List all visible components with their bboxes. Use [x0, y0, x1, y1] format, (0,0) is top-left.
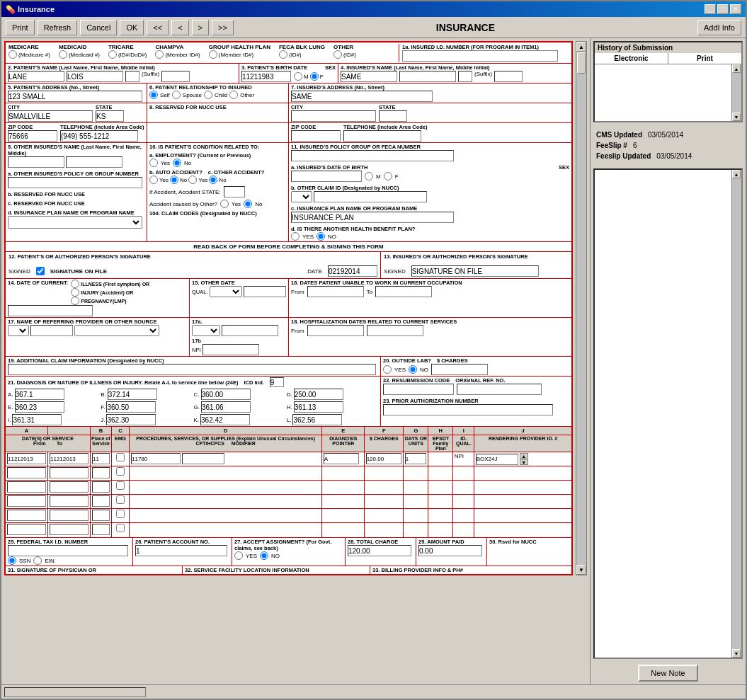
insex-f-radio[interactable] — [384, 172, 392, 180]
add-info-button[interactable]: AddI Info — [697, 20, 741, 35]
note-scroll-down[interactable]: ▼ — [732, 649, 741, 658]
place-5-input[interactable] — [92, 510, 110, 521]
insured-address-input[interactable] — [291, 91, 433, 102]
rel-self-radio[interactable] — [149, 91, 158, 99]
resub-code-input[interactable] — [383, 384, 454, 395]
emg-4-checkbox[interactable] — [116, 495, 125, 504]
unable-to-input[interactable] — [375, 286, 432, 297]
svc-from-3-input[interactable] — [7, 481, 46, 493]
prior-auth-input[interactable] — [383, 404, 553, 415]
policy-group-input[interactable] — [291, 150, 454, 161]
ins-plan-name-input[interactable] — [291, 212, 454, 223]
nav-last-button[interactable]: >> — [212, 20, 234, 35]
patient-suffix-input[interactable] — [161, 71, 190, 82]
auto-yes-radio[interactable] — [149, 176, 158, 184]
patient-mi-input[interactable] — [125, 71, 139, 82]
svc-to-3-input[interactable] — [50, 481, 89, 493]
scroll-down-btn[interactable]: ▼ — [576, 565, 586, 575]
date-current-input[interactable] — [8, 305, 93, 316]
tax-id-input[interactable] — [8, 545, 128, 556]
other-date-input[interactable] — [244, 286, 286, 297]
account-no-input[interactable] — [135, 545, 227, 556]
place-4-input[interactable] — [92, 495, 110, 507]
diag-ptr-1-input[interactable] — [324, 453, 359, 464]
illness-radio[interactable] — [71, 280, 79, 288]
diag-l-input[interactable] — [292, 414, 342, 425]
scroll-thumb[interactable] — [577, 52, 586, 74]
insured-name-input[interactable] — [341, 71, 397, 82]
svc-from-4-input[interactable] — [7, 495, 46, 507]
outlab-no-radio[interactable] — [409, 365, 417, 374]
ref-npi-input[interactable] — [203, 344, 259, 355]
other-insured-last[interactable] — [8, 156, 64, 168]
insured-first-input[interactable] — [399, 71, 456, 82]
claim-id-type-select[interactable] — [291, 191, 312, 202]
diag-h-input[interactable] — [294, 401, 343, 413]
insured-mi-input[interactable] — [458, 71, 472, 82]
svc-from-2-input[interactable] — [7, 467, 46, 478]
another-yes-radio[interactable] — [291, 232, 300, 241]
cpt-1-input[interactable] — [131, 453, 181, 464]
injury-radio[interactable] — [71, 288, 79, 297]
rendering-1-up[interactable]: ▲ — [520, 453, 528, 459]
svc-from-1-input[interactable] — [7, 453, 46, 464]
emg-3-checkbox[interactable] — [116, 481, 125, 490]
insured-state-input[interactable] — [379, 110, 407, 122]
patient-state-input[interactable] — [96, 110, 124, 122]
other-yes-radio[interactable] — [188, 176, 197, 184]
another-no-radio[interactable] — [317, 232, 325, 241]
svc-to-2-input[interactable] — [50, 467, 89, 478]
sig-on-file-checkbox[interactable] — [36, 267, 45, 275]
diag-f-input[interactable] — [106, 401, 156, 413]
ref-qual-select[interactable] — [192, 325, 220, 336]
close-btn[interactable]: ✕ — [730, 4, 741, 14]
outlab-yes-radio[interactable] — [383, 365, 392, 374]
emg-2-checkbox[interactable] — [116, 467, 125, 476]
days-1-input[interactable] — [405, 453, 426, 464]
tricare-radio[interactable] — [108, 50, 117, 59]
insured-sig-input[interactable] — [411, 265, 539, 277]
amount-paid-input[interactable] — [418, 545, 482, 556]
insured-zip-input[interactable] — [291, 130, 341, 142]
birthdate-input[interactable] — [241, 71, 291, 82]
icd-ind-input[interactable] — [270, 377, 284, 387]
insured-phone-input[interactable] — [343, 130, 421, 142]
nav-first-button[interactable]: << — [147, 20, 169, 35]
svc-to-4-input[interactable] — [50, 495, 89, 507]
medicare-radio[interactable] — [8, 50, 17, 59]
place-6-input[interactable] — [92, 524, 110, 535]
employ-yes-radio[interactable] — [149, 159, 158, 167]
patient-last-input[interactable] — [8, 71, 64, 82]
patient-date-input[interactable] — [328, 265, 377, 277]
employ-no-radio[interactable] — [173, 159, 181, 167]
rendering-1-input[interactable] — [476, 454, 518, 465]
maximize-btn[interactable]: □ — [717, 4, 729, 14]
ins-plan-dropdown[interactable] — [8, 216, 142, 229]
total-charge-input[interactable] — [348, 545, 411, 556]
insured-dob-input[interactable] — [291, 171, 362, 182]
rel-spouse-radio[interactable] — [172, 91, 181, 99]
champva-radio[interactable] — [155, 50, 164, 59]
patient-address-input[interactable] — [8, 91, 142, 102]
caused-yes-radio[interactable] — [220, 200, 229, 208]
insured-city-input[interactable] — [291, 110, 376, 122]
diag-a-input[interactable] — [15, 389, 64, 400]
ref-type-select[interactable] — [8, 325, 29, 336]
print-button[interactable]: Print — [6, 20, 35, 35]
hist-scroll-down[interactable]: ▼ — [732, 113, 741, 121]
unable-from-input[interactable] — [307, 286, 364, 297]
sex-m-radio[interactable] — [294, 72, 302, 81]
nav-next-button[interactable]: > — [192, 20, 209, 35]
assign-yes-radio[interactable] — [234, 551, 243, 560]
other-radio[interactable] — [333, 50, 342, 59]
patient-first-input[interactable] — [67, 71, 123, 82]
diag-j-input[interactable] — [106, 414, 156, 425]
emg-1-checkbox[interactable] — [116, 453, 125, 461]
caused-no-radio[interactable] — [244, 200, 252, 208]
note-scroll-up[interactable]: ▲ — [732, 170, 741, 178]
add-claim-input[interactable] — [8, 364, 376, 375]
orig-ref-input[interactable] — [457, 384, 542, 395]
new-note-button[interactable]: New Note — [638, 665, 697, 682]
patient-zip-input[interactable] — [8, 130, 57, 142]
emg-5-checkbox[interactable] — [116, 510, 125, 518]
